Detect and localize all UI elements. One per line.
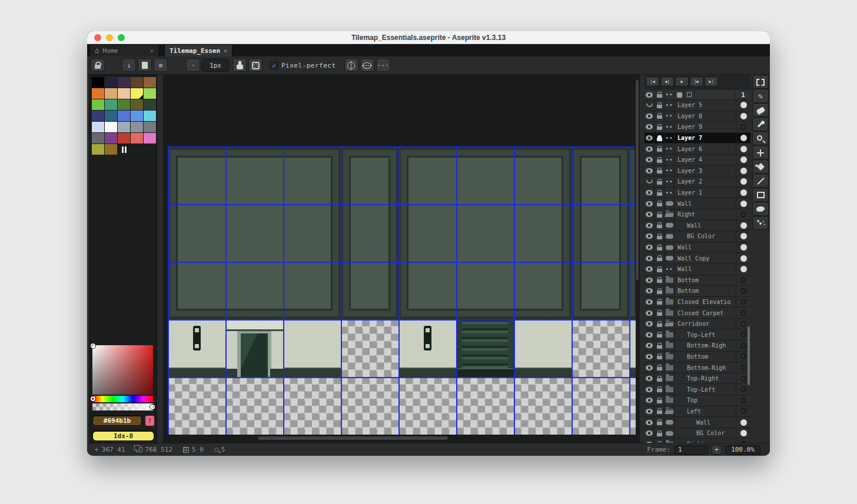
palette-swatch[interactable] xyxy=(92,77,104,88)
cel-cell[interactable] xyxy=(736,143,750,154)
layer-lock-toggle[interactable] xyxy=(655,166,665,176)
layer-type-cell[interactable] xyxy=(665,198,675,209)
play-button[interactable]: ▶ xyxy=(675,77,689,86)
palette-swatch[interactable] xyxy=(131,133,143,143)
hue-marker[interactable] xyxy=(91,396,95,401)
layer-type-cell[interactable] xyxy=(665,329,675,340)
layer-visibility-toggle[interactable] xyxy=(645,253,655,263)
layer-lock-toggle[interactable] xyxy=(655,428,665,439)
layer-row[interactable]: Wall xyxy=(645,221,750,232)
move-tool-button[interactable] xyxy=(752,146,769,159)
layer-row[interactable]: ••Layer 4 xyxy=(645,155,750,166)
bucket-tool-button[interactable] xyxy=(752,160,769,173)
palette-swatch[interactable] xyxy=(105,133,117,143)
layer-type-cell[interactable]: •• xyxy=(665,155,675,165)
layer-visibility-toggle[interactable] xyxy=(645,133,655,143)
layer-lock-toggle[interactable] xyxy=(655,439,665,443)
palette-swatch[interactable] xyxy=(92,88,104,99)
spray-tool-button[interactable] xyxy=(752,216,769,230)
palette-swatch[interactable] xyxy=(105,99,117,110)
cel-cell[interactable] xyxy=(736,122,750,132)
canvas-horizontal-scrollbar[interactable] xyxy=(257,436,449,440)
cel-cell[interactable] xyxy=(736,406,750,417)
palette-swatch[interactable] xyxy=(131,122,143,132)
add-frame-button[interactable]: + xyxy=(712,445,722,455)
prev-frame-button[interactable]: ◀| xyxy=(660,77,674,86)
layer-row[interactable]: ••Layer 2 xyxy=(645,176,750,188)
frame-input[interactable]: 1 xyxy=(674,445,708,455)
layer-lock-toggle[interactable] xyxy=(655,329,665,340)
palette-cursor[interactable] xyxy=(118,144,130,155)
palette-swatch[interactable] xyxy=(92,144,104,155)
close-window-button[interactable] xyxy=(94,34,101,41)
layer-type-cell[interactable] xyxy=(665,352,675,362)
cel-cell[interactable] xyxy=(736,275,750,286)
canvas-editor[interactable] xyxy=(163,75,640,443)
palette-swatch[interactable] xyxy=(105,122,117,132)
go-last-button[interactable]: ▶| xyxy=(705,77,718,86)
layer-type-cell[interactable] xyxy=(665,373,675,384)
layer-type-cell[interactable] xyxy=(665,406,675,417)
cel-cell[interactable] xyxy=(736,133,750,143)
layer-lock-toggle[interactable] xyxy=(655,231,665,242)
layer-lock-toggle[interactable] xyxy=(655,362,665,373)
layer-type-cell[interactable]: •• xyxy=(665,176,675,187)
layer-row[interactable]: Bottom xyxy=(645,352,750,363)
layer-visibility-toggle[interactable] xyxy=(645,166,655,176)
link-column-header[interactable]: •• xyxy=(665,90,675,99)
layer-row[interactable]: Bottom-Righ xyxy=(645,362,750,373)
palette-swatch[interactable] xyxy=(118,111,130,121)
layer-lock-toggle[interactable] xyxy=(655,395,665,406)
layer-type-cell[interactable] xyxy=(665,439,675,443)
layer-visibility-toggle[interactable] xyxy=(645,209,655,220)
palette-swatch[interactable] xyxy=(144,111,156,121)
layer-visibility-toggle[interactable] xyxy=(645,100,655,111)
palette-swatch[interactable] xyxy=(105,77,117,88)
layer-row[interactable]: Bottom-Righ xyxy=(645,341,750,352)
layer-visibility-toggle[interactable] xyxy=(645,384,655,395)
layer-type-cell[interactable] xyxy=(665,428,675,439)
palette-swatch[interactable] xyxy=(144,133,156,143)
saturation-value-picker[interactable] xyxy=(92,345,153,395)
palette-swatch[interactable] xyxy=(92,111,104,121)
visibility-column-header[interactable] xyxy=(645,90,655,99)
layer-row[interactable]: BG Color xyxy=(645,428,750,439)
layer-row[interactable]: Wall xyxy=(645,417,750,428)
symmetry-vertical-button[interactable] xyxy=(344,59,358,72)
layer-visibility-toggle[interactable] xyxy=(645,143,655,154)
layer-lock-toggle[interactable] xyxy=(655,242,665,253)
cel-cell[interactable] xyxy=(736,155,750,165)
layer-type-cell[interactable]: •• xyxy=(665,133,675,143)
palette-swatch[interactable] xyxy=(118,77,130,88)
sprite-area[interactable] xyxy=(168,146,636,435)
layer-visibility-toggle[interactable] xyxy=(645,188,655,198)
layer-type-cell[interactable] xyxy=(665,275,675,286)
layer-row[interactable]: Right xyxy=(645,209,750,221)
layer-type-cell[interactable]: •• xyxy=(665,122,675,132)
layer-row[interactable]: ••Layer 9 xyxy=(645,122,750,133)
layer-lock-toggle[interactable] xyxy=(655,221,665,231)
layer-type-cell[interactable]: •• xyxy=(665,100,675,111)
layer-visibility-toggle[interactable] xyxy=(645,231,655,242)
cel-cell[interactable] xyxy=(736,308,750,318)
cel-cell[interactable] xyxy=(736,286,750,296)
layer-visibility-toggle[interactable] xyxy=(645,308,655,318)
brush-shape-button[interactable]: · xyxy=(186,59,200,72)
lock-button[interactable] xyxy=(91,59,105,72)
layer-type-cell[interactable] xyxy=(665,209,675,220)
layer-visibility-toggle[interactable] xyxy=(645,362,655,373)
layer-lock-toggle[interactable] xyxy=(655,417,665,428)
layer-lock-toggle[interactable] xyxy=(655,308,665,318)
cel-cell[interactable] xyxy=(736,384,750,395)
layer-type-cell[interactable] xyxy=(665,308,675,318)
cel-options-button[interactable] xyxy=(685,90,695,99)
layer-visibility-toggle[interactable] xyxy=(645,395,655,406)
cel-cell[interactable] xyxy=(736,264,750,275)
layer-visibility-toggle[interactable] xyxy=(645,111,655,122)
layer-type-cell[interactable] xyxy=(665,384,675,395)
layer-row[interactable]: ••Layer 6 xyxy=(645,143,750,155)
layer-visibility-toggle[interactable] xyxy=(645,373,655,384)
layer-lock-toggle[interactable] xyxy=(655,133,665,143)
palette-swatch[interactable] xyxy=(118,122,130,132)
layer-row[interactable]: ••Layer 8 xyxy=(645,111,750,122)
